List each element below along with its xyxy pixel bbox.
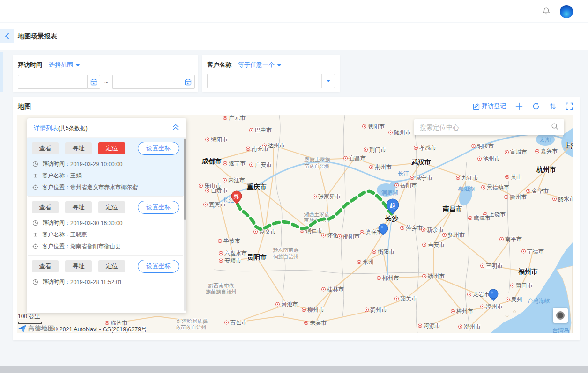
detail-list-count: (共5条数据): [58, 125, 88, 132]
list-item[interactable]: 查看寻址定位设置坐标拜访时间：2019-03-28 11:52:01: [27, 256, 184, 291]
map-card: 地图 拜访登记: [13, 97, 580, 340]
fullscreen-button[interactable]: [566, 102, 573, 110]
detail-list-panel: 详情列表(共5条数据) 查看寻址定位设置坐标拜访时间：2019-03-29 10…: [27, 118, 186, 313]
visit-time-operator-dropdown[interactable]: 选择范围: [49, 61, 80, 68]
search-input[interactable]: [414, 124, 551, 131]
field-value: 王娟: [70, 172, 82, 180]
locate-button[interactable]: 定位: [98, 260, 125, 272]
sort-button[interactable]: [549, 102, 556, 110]
address-button[interactable]: 寻址: [65, 142, 92, 154]
chevron-down-icon: [75, 64, 80, 66]
map-copyright: © 2021 AutoNavi - GS(2019)6379号: [53, 326, 147, 333]
field-value: 2019-03-29 10:00:00: [70, 161, 122, 168]
field-label: 客户位置：: [42, 183, 70, 191]
set-coords-button[interactable]: 设置坐标: [138, 201, 179, 214]
collapse-button[interactable]: [172, 123, 179, 132]
refresh-button[interactable]: [532, 102, 540, 110]
location-icon: [32, 243, 39, 250]
field-row: 客户名称：王晓燕: [32, 229, 179, 241]
user-avatar[interactable]: [560, 5, 573, 18]
calendar-icon[interactable]: [87, 75, 100, 89]
map-scale: 100 公里: [18, 313, 42, 324]
map-card-title: 地图: [18, 102, 31, 111]
compass-control[interactable]: [553, 308, 568, 323]
compass-icon: [556, 311, 565, 320]
blue-pin[interactable]: [379, 224, 388, 235]
paper-plane-icon: [17, 324, 27, 333]
field-value: 贵州省遵义市赤水市椰尔蜜: [70, 183, 138, 191]
calendar-icon[interactable]: [182, 75, 195, 89]
add-button[interactable]: [515, 102, 523, 110]
field-value: 2019-03-30 16:30:00: [70, 220, 122, 227]
map-canvas[interactable]: 广元市巴中市绵阳市达州市南充市襄阳市随州市成都市遂宁市广安市恩施土家族苗族自治州…: [17, 115, 573, 333]
select-arrow-box[interactable]: [321, 74, 335, 88]
notification-bell-icon[interactable]: [542, 7, 551, 15]
field-label: 客户名称：: [42, 172, 70, 180]
locate-button[interactable]: 定位: [98, 142, 125, 154]
panel-scrollbar-thumb[interactable]: [184, 139, 186, 220]
field-row: 客户位置：贵州省遵义市赤水市椰尔蜜: [32, 182, 179, 193]
map-search-box: [414, 119, 564, 135]
edit-icon: [473, 103, 480, 110]
address-button[interactable]: 寻址: [65, 201, 92, 213]
visit-time-label: 拜访时间: [18, 61, 42, 68]
back-chevron-icon: [4, 33, 10, 39]
filter-visit-time-card: 拜访时间选择范围 ~: [13, 55, 198, 92]
date-from-input[interactable]: [18, 75, 87, 89]
list-item[interactable]: 查看寻址定位设置坐标拜访时间：2019-03-30 16:30:00客户名称：王…: [27, 197, 184, 255]
field-row: 客户位置：湖南省衡阳市衡山县: [32, 241, 179, 252]
visit-register-button[interactable]: 拜访登记: [473, 102, 506, 110]
text-icon: [32, 173, 39, 179]
customer-name-label: 客户名称: [207, 61, 231, 68]
amap-logo-text: 高德地图: [28, 324, 54, 333]
field-label: 拜访时间：: [42, 278, 70, 286]
amap-logo: 高德地图: [17, 324, 54, 333]
view-button[interactable]: 查看: [32, 260, 59, 272]
clock-icon: [32, 161, 39, 168]
view-button[interactable]: 查看: [32, 142, 59, 154]
chevron-down-icon: [277, 64, 282, 66]
date-to-input[interactable]: [112, 75, 182, 89]
route-polyline: [238, 191, 392, 229]
map-toolbar: 拜访登记: [473, 102, 573, 110]
clock-icon: [32, 220, 39, 227]
double-chevron-up-icon: [172, 123, 179, 131]
customer-select[interactable]: [207, 74, 335, 88]
text-icon: [32, 232, 39, 238]
field-value: 湖南省衡阳市衡山县: [70, 242, 121, 250]
set-coords-button[interactable]: 设置坐标: [138, 260, 179, 273]
plus-icon: [515, 102, 523, 110]
footer-band: [0, 366, 588, 373]
chevron-down-icon: [326, 80, 331, 82]
field-row: 拜访时间：2019-03-29 10:00:00: [32, 158, 179, 170]
field-value: 王晓燕: [70, 231, 87, 239]
clock-icon: [32, 279, 39, 285]
breadcrumb-row: 地图场景报表: [0, 23, 588, 50]
field-label: 拜访时间：: [42, 160, 70, 168]
collapsed-sidebar-strip[interactable]: [0, 52, 3, 92]
fullscreen-icon: [566, 102, 573, 110]
customer-operator-dropdown[interactable]: 等于任意一个: [238, 61, 282, 68]
field-label: 客户位置：: [42, 242, 70, 250]
search-icon[interactable]: [551, 123, 558, 132]
blue-pin[interactable]: [489, 289, 498, 301]
field-label: 客户名称：: [42, 231, 70, 239]
sort-icon: [549, 102, 556, 110]
filter-customer-card: 客户名称等于任意一个: [202, 55, 340, 92]
detail-list-header: 详情列表(共5条数据): [27, 118, 186, 137]
field-label: 拜访时间：: [42, 219, 70, 227]
set-coords-button[interactable]: 设置坐标: [138, 142, 179, 155]
locate-button[interactable]: 定位: [98, 201, 125, 213]
field-row: 拜访时间：2019-03-30 16:30:00: [32, 217, 179, 229]
field-row: 拜访时间：2019-03-28 11:52:01: [32, 276, 179, 288]
field-value: 2019-03-28 11:52:01: [70, 279, 122, 285]
back-button[interactable]: [0, 29, 14, 43]
top-bar: [0, 0, 588, 22]
field-row: 客户名称：王娟: [32, 170, 179, 182]
list-item[interactable]: 查看寻址定位设置坐标拜访时间：2019-03-29 10:00:00客户名称：王…: [27, 138, 184, 196]
svg-text:起: 起: [389, 202, 395, 209]
detail-items: 查看寻址定位设置坐标拜访时间：2019-03-29 10:00:00客户名称：王…: [27, 138, 184, 313]
address-button[interactable]: 寻址: [65, 260, 92, 272]
end-pin[interactable]: 终: [231, 191, 242, 204]
view-button[interactable]: 查看: [32, 201, 59, 213]
